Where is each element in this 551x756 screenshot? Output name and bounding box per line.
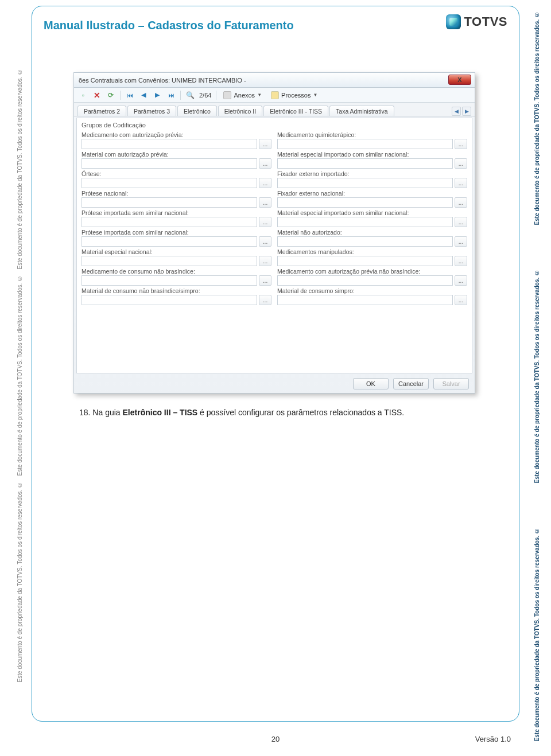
window-close-button[interactable]: X	[448, 75, 471, 85]
cancel-button[interactable]: Cancelar	[393, 378, 429, 389]
field-input[interactable]	[277, 275, 453, 286]
nav-next-icon[interactable]: ▶	[153, 91, 162, 100]
field-left-3: Prótese nacional:...	[82, 190, 271, 208]
toolbar-sep-2	[180, 91, 181, 100]
lookup-button[interactable]: ...	[259, 295, 271, 305]
field-label: Material especial importado com similar …	[277, 151, 467, 158]
field-input[interactable]	[82, 158, 257, 169]
field-label: Fixador externo importado:	[277, 170, 467, 177]
tab-eletronico[interactable]: Eletrônico	[177, 106, 217, 116]
tab-parametros-2[interactable]: Parâmetros 2	[77, 106, 126, 116]
field-right-6: Medicamentos manipulados:...	[277, 248, 467, 266]
field-label: Órtese:	[82, 170, 271, 177]
group-label: Grupos de Codificação	[77, 118, 472, 130]
field-input[interactable]	[82, 217, 257, 227]
side-notice-right-2: Este documento é de propriedade da TOTVS…	[533, 270, 541, 483]
tab-taxa-administrativa[interactable]: Taxa Administrativa	[329, 106, 394, 116]
refresh-icon[interactable]: ⟳	[106, 91, 115, 100]
page-frame: Manual Ilustrado – Cadastros do Faturame…	[32, 6, 519, 722]
search-icon[interactable]: 🔍	[185, 91, 195, 100]
chevron-down-icon: ▼	[257, 92, 262, 98]
field-input[interactable]	[277, 178, 453, 188]
body-bold: Eletrônico III – TISS	[123, 408, 198, 417]
field-input[interactable]	[82, 295, 257, 305]
field-label: Material especial importado sem similar …	[277, 209, 467, 216]
new-record-icon[interactable]: ▫	[79, 91, 88, 100]
nav-last-icon[interactable]: ⏭	[166, 91, 176, 100]
field-input[interactable]	[277, 256, 453, 266]
field-right-3: Fixador externo nacional:...	[277, 190, 467, 208]
side-notice-right-3: Este documento é de propriedade da TOTVS…	[533, 528, 541, 741]
lookup-button[interactable]: ...	[455, 197, 467, 208]
anexos-dropdown[interactable]: Anexos ▼	[221, 91, 264, 99]
field-left-2: Órtese:...	[82, 170, 271, 188]
lookup-button[interactable]: ...	[259, 178, 271, 188]
lookup-button[interactable]: ...	[259, 236, 271, 247]
logo-mark-icon	[446, 14, 461, 29]
field-left-5: Prótese importada com similar nacional:.…	[82, 229, 271, 247]
version-label: Versão 1.0	[475, 735, 511, 743]
lookup-button[interactable]: ...	[259, 158, 271, 169]
save-button[interactable]: Salvar	[433, 378, 469, 389]
field-input[interactable]	[82, 139, 257, 149]
lookup-button[interactable]: ...	[259, 217, 271, 227]
page-number: 20	[0, 735, 551, 743]
toolbar-sep-3	[216, 91, 216, 100]
lookup-button[interactable]: ...	[259, 139, 271, 149]
field-input[interactable]	[82, 236, 257, 247]
side-notice-left-3: Este documento é de propriedade da TOTVS…	[16, 482, 24, 683]
lookup-button[interactable]: ...	[455, 178, 467, 188]
processos-dropdown[interactable]: Processos ▼	[269, 91, 320, 99]
body-text: 18. Na guia Eletrônico III – TISS é poss…	[79, 408, 404, 417]
lookup-button[interactable]: ...	[259, 256, 271, 266]
attachment-icon	[223, 91, 231, 99]
delete-icon[interactable]: ✕	[92, 91, 102, 100]
field-right-5: Material não autorizado:...	[277, 229, 467, 247]
side-notice-left-1: Este documento é de propriedade da TOTVS…	[16, 69, 24, 270]
lookup-button[interactable]: ...	[455, 275, 467, 286]
field-input[interactable]	[277, 139, 453, 149]
lookup-button[interactable]: ...	[455, 295, 467, 305]
page-indicator: 2/64	[199, 92, 211, 99]
field-input[interactable]	[82, 256, 257, 266]
field-label: Prótese importada com similar nacional:	[82, 229, 271, 236]
lookup-button[interactable]: ...	[259, 197, 271, 208]
field-label: Prótese importada sem similar nacional:	[82, 209, 271, 216]
item-number: 18.	[79, 408, 90, 417]
tab-strip: Parâmetros 2 Parâmetros 3 Eletrônico Ele…	[74, 103, 475, 116]
tab-parametros-3[interactable]: Parâmetros 3	[127, 106, 176, 116]
dialog-buttons: OK Cancelar Salvar	[353, 378, 469, 389]
field-right-1: Material especial importado com similar …	[277, 151, 467, 169]
field-input[interactable]	[277, 197, 453, 208]
field-label: Medicamento com autorização prévia:	[82, 131, 271, 138]
field-input[interactable]	[277, 236, 453, 247]
nav-prev-icon[interactable]: ◀	[139, 91, 148, 100]
nav-first-icon[interactable]: ⏮	[125, 91, 134, 100]
ok-button[interactable]: OK	[353, 378, 389, 389]
field-label: Medicamentos manipulados:	[277, 248, 467, 255]
field-input[interactable]	[277, 158, 453, 169]
field-input[interactable]	[82, 275, 257, 286]
window-title: ões Contratuais com Convênios: UNIMED IN…	[79, 77, 246, 84]
field-input[interactable]	[82, 178, 257, 188]
lookup-button[interactable]: ...	[455, 256, 467, 266]
tab-scroll-left-icon[interactable]: ◀	[452, 107, 461, 116]
tab-eletronico-3-tiss[interactable]: Eletrônico III - TISS	[263, 106, 328, 116]
tab-eletronico-2[interactable]: Eletrônico II	[218, 106, 262, 116]
field-left-6: Material especial nacional:...	[82, 248, 271, 266]
screenshot-window: ões Contratuais com Convênios: UNIMED IN…	[73, 72, 475, 393]
lookup-button[interactable]: ...	[455, 139, 467, 149]
lookup-button[interactable]: ...	[259, 275, 271, 286]
field-input[interactable]	[277, 295, 453, 305]
lookup-button[interactable]: ...	[455, 236, 467, 247]
form-panel: Grupos de Codificação Medicamento com au…	[76, 118, 472, 373]
logo-text: TOTVS	[464, 14, 507, 29]
field-input[interactable]	[277, 217, 453, 227]
field-input[interactable]	[82, 197, 257, 208]
lookup-button[interactable]: ...	[455, 158, 467, 169]
lookup-button[interactable]: ...	[455, 217, 467, 227]
field-right-7: Medicamento com autorização prévia não b…	[277, 268, 467, 286]
body-pre: Na guia	[92, 408, 122, 417]
side-notice-left-2: Este documento é de propriedade da TOTVS…	[16, 275, 24, 476]
tab-scroll-right-icon[interactable]: ▶	[462, 107, 471, 116]
